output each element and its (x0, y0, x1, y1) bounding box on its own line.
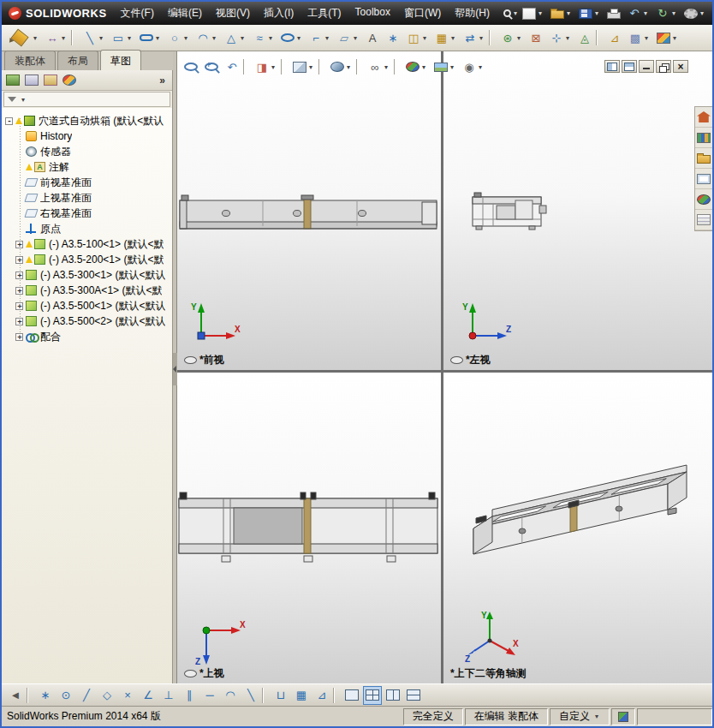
zoom-fit-button[interactable] (181, 58, 200, 75)
spline-button[interactable]: ≈ (250, 27, 277, 48)
rectangle-button[interactable]: ▭ (109, 27, 135, 48)
sketch-picture-button[interactable] (654, 27, 681, 48)
point-button[interactable]: ∗ (384, 27, 402, 48)
quick-snaps-button[interactable]: ⊹ (547, 27, 574, 48)
apply-scene-button[interactable] (431, 58, 458, 75)
menu-edit[interactable]: 编辑(E) (161, 3, 209, 23)
snap-slot-button[interactable]: ⊔ (271, 686, 290, 705)
snap-intersection-button[interactable]: × (118, 686, 137, 705)
snap-nearest-button[interactable]: ╲ (241, 686, 270, 705)
file-explorer-tab[interactable] (695, 148, 712, 169)
slot-button[interactable] (137, 27, 164, 48)
close-button[interactable] (673, 60, 688, 73)
two-view-horizontal-button[interactable] (384, 686, 402, 705)
chevron-down-icon[interactable] (126, 34, 133, 42)
single-view-button[interactable] (342, 686, 361, 705)
tree-item[interactable]: 注解 (2, 159, 172, 175)
display-style-button[interactable] (328, 58, 364, 75)
design-library-tab[interactable] (695, 128, 712, 148)
options-button[interactable] (681, 3, 708, 24)
menu-file[interactable]: 文件(F) (114, 3, 161, 23)
tree-item[interactable]: 上视基准面 (2, 190, 172, 206)
tree-item[interactable]: History (2, 128, 172, 144)
polygon-button[interactable]: △ (222, 27, 248, 48)
menu-tools[interactable]: 工具(T) (300, 3, 348, 23)
shaded-contours-button[interactable]: ▩ (626, 27, 652, 48)
tab-layout[interactable]: 布局 (57, 51, 98, 70)
linear-pattern-button[interactable]: ▦ (432, 27, 459, 48)
tile-vertical-button[interactable] (622, 60, 637, 73)
tree-item[interactable]: 前视基准面 (2, 175, 172, 190)
chevron-down-icon[interactable] (565, 9, 572, 17)
snap-line-button[interactable]: ╱ (77, 686, 96, 705)
chevron-down-icon[interactable] (32, 34, 39, 42)
undo-button[interactable]: ↶ (625, 3, 652, 24)
displaymanager-tab[interactable] (61, 71, 78, 90)
chevron-down-icon[interactable] (699, 9, 705, 17)
chevron-down-icon[interactable] (352, 34, 359, 42)
minimize-button[interactable] (639, 60, 654, 73)
circle-button[interactable]: ○ (165, 27, 192, 48)
viewport-top[interactable]: X Z *上视 (177, 373, 441, 683)
snap-triangle-button[interactable]: ⊿ (312, 686, 341, 705)
snap-angle-button[interactable]: ∠ (139, 686, 158, 705)
tree-item[interactable]: 原点 (2, 221, 172, 236)
snap-grid-button[interactable]: ▦ (292, 686, 311, 705)
tree-item[interactable]: (-) A3.5-300<1> (默认<默认 (2, 267, 172, 283)
smart-dimension-button[interactable]: ↔ (43, 27, 79, 48)
tile-horizontal-button[interactable] (604, 60, 620, 73)
two-view-vertical-button[interactable] (404, 686, 423, 705)
snap-horizontal-button[interactable]: ─ (200, 686, 219, 705)
viewport-horizontal-divider[interactable] (177, 370, 712, 373)
tree-item[interactable]: 穴道式自动烘箱 (默认<默认 (2, 113, 172, 128)
chevron-down-icon[interactable] (307, 63, 314, 71)
status-tag-segment[interactable] (611, 708, 635, 725)
chevron-down-icon[interactable] (60, 34, 67, 42)
tree-item[interactable]: (-) A3.5-200<1> (默认<默 (2, 252, 172, 267)
edit-appearance-button[interactable] (403, 58, 430, 75)
snap-center-button[interactable]: ⊙ (57, 686, 75, 705)
view-settings-button[interactable]: ◉ (460, 58, 486, 75)
chevron-down-icon[interactable] (449, 34, 456, 42)
menu-toolbox[interactable]: Toolbox (348, 3, 397, 23)
menu-insert[interactable]: 插入(I) (257, 3, 300, 23)
view-orientation-button[interactable] (290, 58, 326, 75)
tree-expander-icon[interactable] (15, 287, 23, 295)
help-button[interactable]: ? (710, 3, 714, 24)
tree-item[interactable]: 配合 (2, 329, 172, 344)
snap-quadrant-button[interactable]: ◇ (98, 686, 116, 705)
viewport-left[interactable]: Y Z *左视 (443, 51, 712, 370)
tree-expander-icon[interactable] (5, 117, 13, 125)
rebuild-button[interactable]: ↻ (653, 3, 680, 24)
search-button[interactable] (503, 9, 519, 17)
menu-window[interactable]: 窗口(W) (397, 3, 448, 23)
restore-button[interactable] (656, 60, 671, 73)
repair-sketch-button[interactable]: ⊠ (527, 27, 545, 48)
tree-item[interactable]: 传感器 (2, 144, 172, 159)
previous-view-button[interactable]: ↶ (223, 58, 251, 75)
move-entities-button[interactable]: ⇄ (461, 27, 497, 48)
print-button[interactable] (604, 3, 623, 24)
chevron-down-icon[interactable] (267, 34, 274, 42)
resources-home-tab[interactable] (695, 107, 712, 128)
arc-button[interactable]: ◠ (193, 27, 220, 48)
ellipse-button[interactable] (278, 27, 305, 48)
chevron-down-icon[interactable] (295, 34, 302, 42)
tree-expander-icon[interactable] (15, 333, 23, 341)
snap-parallel-button[interactable]: ∥ (180, 686, 199, 705)
tab-sketch[interactable]: 草图 (100, 50, 141, 70)
status-custom[interactable]: 自定义 (550, 708, 610, 725)
section-view-button[interactable]: ◨ (253, 58, 289, 75)
chevron-down-icon[interactable] (643, 34, 650, 42)
chevron-down-icon[interactable] (670, 9, 677, 17)
appearances-tab[interactable] (695, 189, 712, 210)
chevron-down-icon[interactable] (270, 63, 277, 71)
chevron-down-icon[interactable] (478, 34, 485, 42)
open-button[interactable] (548, 3, 574, 24)
menu-help[interactable]: 帮助(H) (448, 3, 497, 23)
chevron-down-icon[interactable] (564, 34, 571, 42)
chevron-down-icon[interactable] (593, 9, 600, 17)
rapid-sketch-button[interactable]: ◬ (575, 27, 604, 48)
chevron-down-icon[interactable] (420, 63, 427, 71)
chevron-down-icon[interactable] (477, 63, 484, 71)
